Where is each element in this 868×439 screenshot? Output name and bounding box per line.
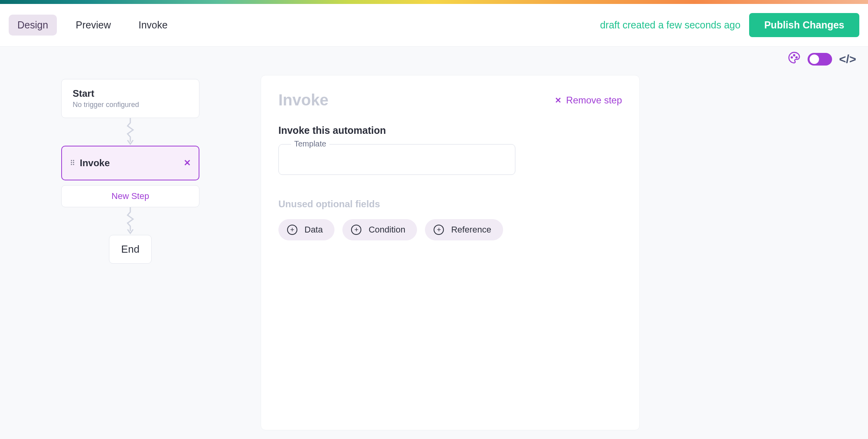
svg-point-2 <box>796 57 797 58</box>
flow-connector <box>124 207 136 235</box>
chip-data[interactable]: + Data <box>278 219 334 240</box>
view-mode-controls: </> <box>0 47 868 67</box>
start-node-title: Start <box>73 88 188 99</box>
publish-button[interactable]: Publish Changes <box>749 13 859 37</box>
drag-handle-icon[interactable]: ⠿ <box>70 159 75 167</box>
toggle-knob <box>810 54 819 64</box>
palette-icon[interactable] <box>788 51 800 67</box>
start-node-subtitle: No trigger configured <box>73 101 188 109</box>
remove-node-icon[interactable]: ✕ <box>184 158 191 168</box>
flow-connector <box>124 118 136 146</box>
remove-step-label: Remove step <box>566 95 622 106</box>
flow-node-start[interactable]: Start No trigger configured <box>61 79 199 118</box>
chip-condition[interactable]: + Condition <box>342 219 417 240</box>
invoke-node-label: Invoke <box>80 158 179 169</box>
flow-node-invoke[interactable]: ⠿ Invoke ✕ <box>61 146 199 180</box>
flow-diagram: Start No trigger configured ⠿ Invoke ✕ N… <box>0 75 261 430</box>
template-field-container: Template <box>278 144 622 175</box>
optional-fields-label: Unused optional fields <box>278 199 622 210</box>
optional-field-chips: + Data + Condition + Reference <box>278 219 622 240</box>
chip-reference[interactable]: + Reference <box>425 219 503 240</box>
brand-gradient-bar <box>0 0 868 4</box>
svg-point-1 <box>793 54 795 56</box>
header-tabs: Design Preview Invoke <box>9 15 176 36</box>
view-mode-toggle[interactable] <box>808 53 832 66</box>
step-detail-panel: Invoke ✕ Remove step Invoke this automat… <box>261 75 640 430</box>
close-icon: ✕ <box>555 96 562 105</box>
template-input[interactable] <box>278 144 515 175</box>
flow-node-end[interactable]: End <box>109 235 152 264</box>
app-header: Design Preview Invoke draft created a fe… <box>0 4 868 47</box>
detail-title: Invoke <box>278 91 555 109</box>
draft-status-text: draft created a few seconds ago <box>600 19 740 31</box>
chip-label: Data <box>304 225 323 235</box>
plus-circle-icon: + <box>351 225 361 235</box>
template-field-label: Template <box>291 139 329 148</box>
detail-header: Invoke ✕ Remove step <box>278 91 622 109</box>
chip-label: Condition <box>368 225 405 235</box>
main-content: Start No trigger configured ⠿ Invoke ✕ N… <box>0 67 868 430</box>
plus-circle-icon: + <box>434 225 444 235</box>
invoke-section-label: Invoke this automation <box>278 125 622 136</box>
tab-preview[interactable]: Preview <box>67 15 120 36</box>
tab-design[interactable]: Design <box>9 15 57 36</box>
remove-step-button[interactable]: ✕ Remove step <box>555 95 622 106</box>
tab-invoke[interactable]: Invoke <box>130 15 177 36</box>
plus-circle-icon: + <box>287 225 297 235</box>
svg-point-0 <box>791 57 792 58</box>
code-icon[interactable]: </> <box>839 53 856 66</box>
chip-label: Reference <box>451 225 491 235</box>
new-step-button[interactable]: New Step <box>61 185 199 207</box>
